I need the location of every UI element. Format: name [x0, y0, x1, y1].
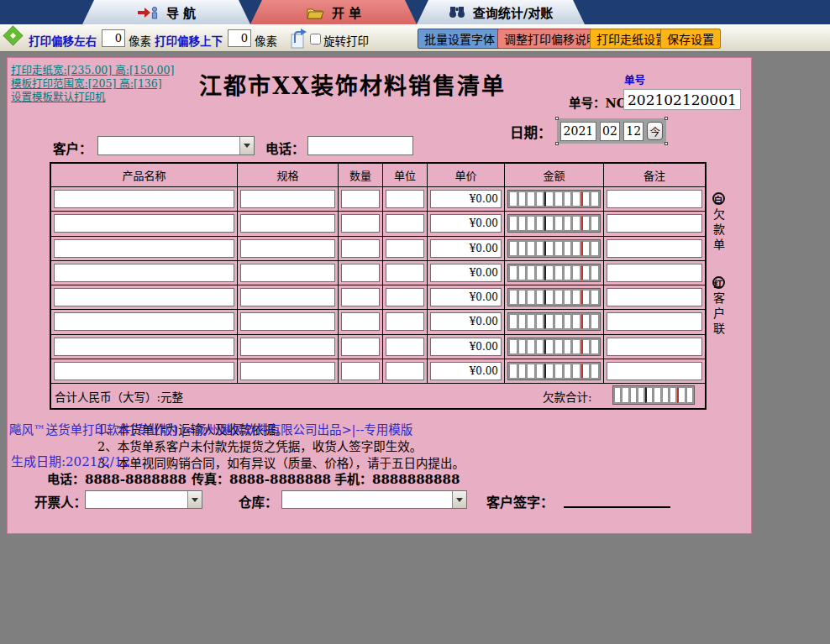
tab-billing[interactable]: 开 单 [250, 0, 417, 24]
unit-price-input[interactable] [430, 264, 502, 282]
unit-select[interactable] [386, 264, 424, 282]
unit-select[interactable] [386, 312, 424, 331]
spec-select[interactable] [240, 288, 335, 306]
copy-label: 客户联 [710, 292, 727, 338]
unit-price-input[interactable] [430, 288, 502, 306]
spec-select[interactable] [240, 362, 335, 380]
note-input[interactable] [607, 312, 702, 331]
spec-select[interactable] [240, 190, 335, 208]
term-2: 2、本货单系客户未付款先提货之凭据，收货人签字即生效。 [97, 437, 422, 454]
quantity-input[interactable] [341, 214, 380, 233]
term-3: 3、本单视同购销合同，如有异议（质量、价格），请于五日内提出。 [97, 453, 465, 471]
issuer-label: 开票人： [34, 492, 87, 510]
product-select[interactable] [54, 362, 234, 380]
spec-select[interactable] [240, 338, 335, 356]
tab-navigation[interactable]: 导 航 [82, 0, 250, 24]
table-header-cell: 规格 [238, 164, 339, 187]
quantity-input[interactable] [341, 312, 380, 331]
order-no-label: 单号：NO [569, 93, 627, 111]
customer-select[interactable] [97, 136, 255, 155]
quantity-input[interactable] [341, 338, 380, 356]
quantity-input[interactable] [341, 264, 380, 282]
quantity-input[interactable] [341, 362, 380, 380]
chevron-down-icon [239, 137, 254, 154]
copy-label: 欠款单 [710, 208, 727, 254]
note-input[interactable] [607, 190, 702, 208]
arrears-amount-grid [612, 385, 695, 405]
quantity-input[interactable] [341, 239, 380, 258]
amount-grid [507, 288, 601, 306]
date-year-box[interactable]: 2021 [560, 122, 596, 141]
note-input[interactable] [607, 288, 702, 306]
unit-select[interactable] [386, 362, 424, 380]
diamond-icon [4, 27, 22, 45]
product-select[interactable] [54, 264, 234, 282]
offset-ud-input[interactable] [228, 29, 251, 47]
unit-price-input[interactable] [430, 190, 502, 208]
today-button[interactable]: 今 [647, 122, 663, 140]
rotate-print-label: 旋转打印 [323, 32, 369, 49]
invoice-canvas: 打印走纸宽:[235.00] 高:[150.00] 模板打印范围宽:[205] … [7, 57, 752, 534]
table-header-cell: 金额 [505, 164, 604, 187]
table-summary-row: 合计人民币（大写）:元整 欠款合计: [51, 384, 705, 406]
signature-line [564, 490, 670, 508]
unit-price-input[interactable] [430, 214, 502, 233]
generated-date: 生成日期:2021/2/12 [11, 452, 130, 469]
batch-font-button[interactable]: 批量设置字体 [418, 29, 502, 49]
note-input[interactable] [607, 338, 702, 356]
order-no-input[interactable] [623, 89, 741, 110]
product-select[interactable] [54, 288, 234, 306]
table-row [51, 212, 705, 236]
unit-price-input[interactable] [430, 239, 502, 258]
default-printer-link[interactable]: 设置模板默认打印机 [11, 88, 106, 104]
unit-select[interactable] [386, 239, 424, 258]
phone-input[interactable] [307, 136, 413, 155]
chevron-down-icon [452, 491, 466, 508]
customer-label: 客户： [53, 139, 92, 157]
note-input[interactable] [607, 362, 702, 380]
copy-customer: 红 客户联 [710, 275, 727, 338]
note-input[interactable] [607, 264, 702, 282]
spec-select[interactable] [240, 214, 335, 233]
red-copy-badge: 红 [712, 276, 725, 289]
table-row [51, 187, 705, 212]
unit-select[interactable] [386, 338, 424, 356]
adjust-offset-button[interactable]: 调整打印偏移说明 [497, 29, 605, 49]
product-select[interactable] [54, 190, 234, 208]
unit-price-input[interactable] [430, 338, 502, 356]
product-select[interactable] [54, 239, 234, 258]
unit-price-input[interactable] [430, 312, 502, 331]
warehouse-select[interactable] [281, 490, 467, 509]
offset-lr-input[interactable] [102, 29, 125, 47]
save-settings-button[interactable]: 保存设置 [660, 29, 721, 49]
note-input[interactable] [607, 239, 702, 258]
product-select[interactable] [54, 338, 234, 356]
date-day-box[interactable]: 12 [623, 122, 644, 141]
table-header-cell: 数量 [339, 164, 383, 187]
rotate-print-checkbox[interactable] [310, 34, 321, 45]
open-folder-icon [306, 6, 324, 19]
product-select[interactable] [54, 214, 234, 233]
tab-strip: 导 航 开 单 查询统计/对账 [0, 0, 830, 24]
table-header-cell: 产品名称 [51, 164, 238, 187]
date-month-box[interactable]: 02 [600, 122, 620, 141]
unit-select[interactable] [386, 214, 424, 233]
tab-query-stats[interactable]: 查询统计/对账 [417, 0, 585, 24]
order-no-tag: 单号 [624, 71, 645, 87]
spec-select[interactable] [240, 264, 335, 282]
spec-select[interactable] [240, 239, 335, 258]
amount-grid [507, 338, 601, 356]
table-row [51, 261, 705, 285]
date-control: 2021 02 12 今 [557, 118, 666, 144]
product-select[interactable] [54, 312, 234, 331]
quantity-input[interactable] [341, 190, 380, 208]
quantity-input[interactable] [341, 288, 380, 306]
offset-ud-label: 打印偏移上下 [155, 32, 223, 49]
unit-select[interactable] [386, 288, 424, 306]
unit-select[interactable] [386, 190, 424, 208]
spec-select[interactable] [240, 312, 335, 331]
note-input[interactable] [607, 214, 702, 233]
issuer-select[interactable] [85, 490, 202, 509]
binoculars-icon [449, 6, 465, 18]
unit-price-input[interactable] [430, 362, 502, 380]
